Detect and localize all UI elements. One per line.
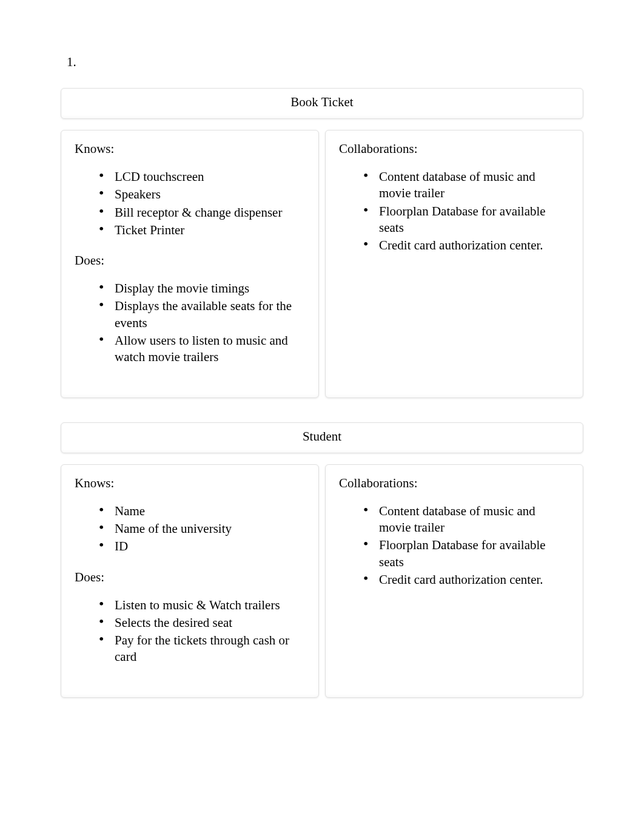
list-item: Floorplan Database for available seats [363, 537, 569, 570]
list-item: Pay for the tickets through cash or card [99, 632, 305, 666]
list-item: LCD touchscreen [99, 169, 305, 185]
knows-label: Knows: [75, 141, 305, 157]
card-left-column: Knows: LCD touchscreen Speakers Bill rec… [61, 130, 319, 398]
list-item: Display the movie timings [99, 280, 305, 297]
card-title: Student [61, 422, 583, 453]
list-item: Bill receptor & change dispenser [99, 205, 305, 221]
crc-card-book-ticket: Book Ticket Knows: LCD touchscreen Speak… [61, 88, 583, 398]
does-label: Does: [75, 253, 305, 268]
list-number: 1. [67, 55, 583, 70]
list-item: Content database of music and movie trai… [363, 503, 569, 536]
collaborations-label: Collaborations: [339, 141, 569, 157]
card-body: Knows: Name Name of the university ID Do… [61, 464, 583, 698]
list-item: Displays the available seats for the eve… [99, 298, 305, 331]
card-right-column: Collaborations: Content database of musi… [325, 464, 583, 698]
collaborations-label: Collaborations: [339, 476, 569, 491]
collaborations-list: Content database of music and movie trai… [339, 503, 569, 588]
card-body: Knows: LCD touchscreen Speakers Bill rec… [61, 130, 583, 398]
list-item: Ticket Printer [99, 222, 305, 238]
card-left-column: Knows: Name Name of the university ID Do… [61, 464, 319, 698]
card-title: Book Ticket [61, 88, 583, 119]
does-list: Display the movie timings Displays the a… [75, 280, 305, 365]
list-item: Speakers [99, 186, 305, 203]
list-item: ID [99, 538, 305, 555]
knows-list: LCD touchscreen Speakers Bill receptor &… [75, 169, 305, 238]
collaborations-list: Content database of music and movie trai… [339, 169, 569, 254]
list-item: Credit card authorization center. [363, 572, 569, 588]
does-label: Does: [75, 570, 305, 585]
list-item: Listen to music & Watch trailers [99, 597, 305, 614]
list-item: Credit card authorization center. [363, 237, 569, 254]
card-right-column: Collaborations: Content database of musi… [325, 130, 583, 398]
crc-card-student: Student Knows: Name Name of the universi… [61, 422, 583, 698]
list-item: Content database of music and movie trai… [363, 169, 569, 202]
list-item: Allow users to listen to music and watch… [99, 333, 305, 366]
list-item: Name [99, 503, 305, 519]
list-item: Selects the desired seat [99, 615, 305, 631]
list-item: Floorplan Database for available seats [363, 203, 569, 237]
list-item: Name of the university [99, 521, 305, 537]
knows-label: Knows: [75, 476, 305, 491]
knows-list: Name Name of the university ID [75, 503, 305, 555]
does-list: Listen to music & Watch trailers Selects… [75, 597, 305, 666]
